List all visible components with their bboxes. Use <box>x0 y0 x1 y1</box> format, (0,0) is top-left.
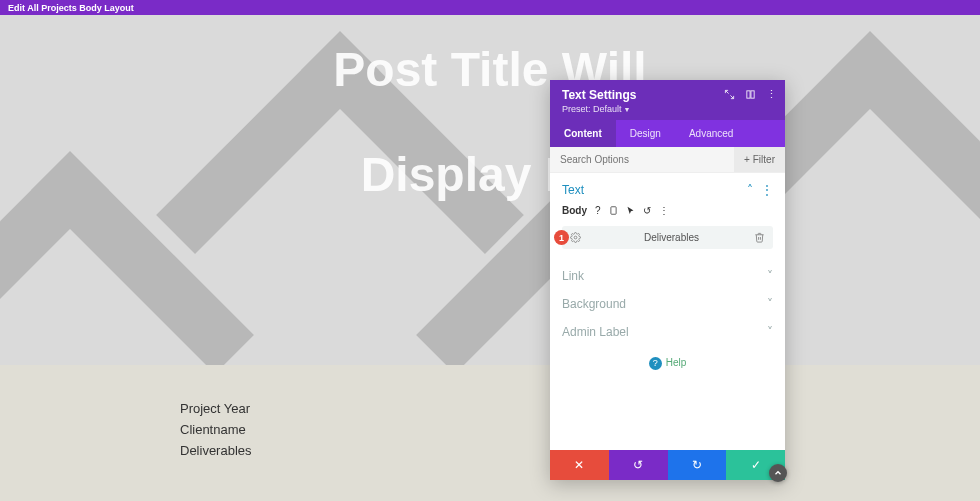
settings-panel: Text Settings Preset: Default▼ ⋮ Content… <box>550 80 785 480</box>
section-link-label: Link <box>562 269 584 283</box>
gear-icon[interactable] <box>570 232 581 243</box>
section-link[interactable]: Link ˅ <box>550 259 785 287</box>
undo-icon[interactable]: ↺ <box>643 205 651 216</box>
page-title: Post Title Will Display H... <box>0 45 980 201</box>
help-row[interactable]: ?Help <box>550 343 785 384</box>
search-input[interactable] <box>550 147 734 172</box>
tablet-icon[interactable] <box>609 205 618 216</box>
panel-preset[interactable]: Preset: Default▼ <box>562 104 775 114</box>
top-bar: Edit All Projects Body Layout <box>0 0 980 15</box>
plus-icon: + <box>744 154 750 165</box>
filter-button[interactable]: + Filter <box>734 147 785 172</box>
dynamic-content-field[interactable]: 1 Deliverables <box>562 226 773 249</box>
more-icon[interactable]: ⋮ <box>659 205 669 216</box>
chevron-down-icon: ˅ <box>767 297 773 311</box>
section-admin-label[interactable]: Admin Label ˅ <box>550 315 785 343</box>
svg-rect-0 <box>747 91 750 98</box>
expand-icon[interactable] <box>724 89 735 100</box>
page-title-line2: Display H... <box>0 150 980 200</box>
section-background[interactable]: Background ˅ <box>550 287 785 315</box>
tab-design[interactable]: Design <box>616 120 675 147</box>
section-text[interactable]: Text ˄ ⋮ <box>550 173 785 201</box>
section-background-label: Background <box>562 297 626 311</box>
section-text-label: Text <box>562 183 584 197</box>
chevron-up-icon: ˄ <box>747 183 753 197</box>
search-row: + Filter <box>550 147 785 173</box>
panel-header[interactable]: Text Settings Preset: Default▼ ⋮ <box>550 80 785 120</box>
trash-icon[interactable] <box>754 232 765 243</box>
more-icon[interactable]: ⋮ <box>766 88 777 101</box>
hover-icon[interactable] <box>626 205 635 216</box>
redo-button[interactable]: ↻ <box>668 450 727 480</box>
hero-area: Post Title Will Display H... <box>0 15 980 365</box>
tab-content[interactable]: Content <box>550 120 616 147</box>
help-icon[interactable]: ? <box>595 205 601 216</box>
caret-down-icon: ▼ <box>624 106 631 113</box>
tab-advanced[interactable]: Advanced <box>675 120 747 147</box>
panel-body: Text ˄ ⋮ Body ? ↺ ⋮ 1 Deliverables <box>550 173 785 450</box>
body-row: Body ? ↺ ⋮ <box>550 201 785 222</box>
chevron-down-icon: ˅ <box>767 269 773 283</box>
top-bar-title: Edit All Projects Body Layout <box>8 3 134 13</box>
field-value: Deliverables <box>589 232 754 243</box>
collapse-button[interactable] <box>769 464 787 482</box>
section-admin-label-label: Admin Label <box>562 325 629 339</box>
svg-rect-1 <box>751 91 754 98</box>
panel-tabs: Content Design Advanced <box>550 120 785 147</box>
cancel-button[interactable]: ✕ <box>550 450 609 480</box>
help-icon: ? <box>649 357 662 370</box>
more-icon[interactable]: ⋮ <box>761 183 773 197</box>
svg-point-4 <box>574 236 577 239</box>
snap-icon[interactable] <box>745 89 756 100</box>
content-block: Project Year Clientname Deliverables <box>0 365 980 461</box>
panel-footer: ✕ ↺ ↻ ✓ <box>550 450 785 480</box>
svg-rect-2 <box>610 207 615 215</box>
step-badge: 1 <box>554 230 569 245</box>
body-label: Body <box>562 205 587 216</box>
chevron-down-icon: ˅ <box>767 325 773 339</box>
undo-button[interactable]: ↺ <box>609 450 668 480</box>
